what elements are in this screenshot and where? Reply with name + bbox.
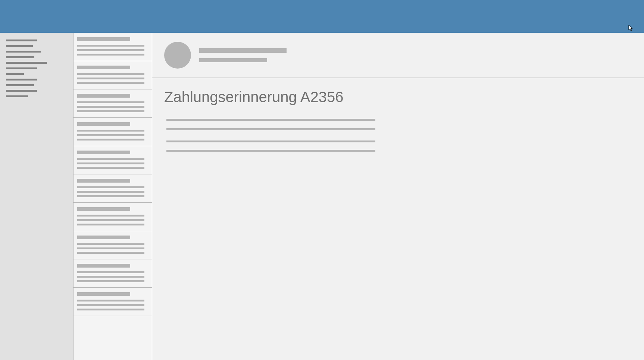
list-item-preview-placeholder [77, 304, 144, 306]
message-list-item[interactable] [74, 89, 152, 118]
list-item-title-placeholder [77, 292, 130, 296]
list-item-title-placeholder [77, 264, 130, 268]
cursor-icon [628, 25, 634, 31]
body-line-placeholder [166, 140, 375, 142]
list-item-title-placeholder [77, 151, 130, 154]
message-list-item[interactable] [74, 146, 152, 174]
list-item-preview-placeholder [77, 252, 144, 254]
nav-item[interactable] [6, 73, 24, 75]
message-list-item[interactable] [74, 288, 152, 316]
message-subject: Zahlungserinnerung A2356 [164, 89, 644, 105]
body-line-placeholder [166, 150, 375, 152]
app-body: Zahlungserinnerung A2356 [0, 33, 644, 360]
list-item-preview-placeholder [77, 271, 144, 273]
nav-item[interactable] [6, 40, 37, 41]
message-list-item[interactable] [74, 174, 152, 203]
list-item-preview-placeholder [77, 130, 144, 132]
body-line-placeholder [166, 119, 375, 121]
list-item-preview-placeholder [77, 309, 144, 310]
list-item-preview-placeholder [77, 101, 144, 103]
nav-item[interactable] [6, 79, 37, 80]
list-item-title-placeholder [77, 66, 130, 69]
sender-meta-placeholder [199, 58, 267, 62]
list-item-preview-placeholder [77, 73, 144, 75]
list-item-title-placeholder [77, 122, 130, 126]
message-list-item[interactable] [74, 203, 152, 231]
reading-pane: Zahlungserinnerung A2356 [152, 33, 644, 360]
message-list-item[interactable] [74, 33, 152, 61]
nav-item[interactable] [6, 84, 34, 86]
list-item-preview-placeholder [77, 158, 144, 160]
list-item-preview-placeholder [77, 162, 144, 164]
message-list-item[interactable] [74, 118, 152, 146]
list-item-preview-placeholder [77, 78, 144, 79]
nav-item[interactable] [6, 51, 41, 53]
list-item-preview-placeholder [77, 54, 144, 56]
mail-app: Zahlungserinnerung A2356 [0, 0, 644, 360]
list-item-preview-placeholder [77, 280, 144, 282]
folder-nav [0, 33, 73, 360]
list-item-preview-placeholder [77, 186, 144, 188]
list-item-title-placeholder [77, 179, 130, 183]
list-item-preview-placeholder [77, 45, 144, 47]
nav-item[interactable] [6, 90, 37, 92]
list-item-preview-placeholder [77, 82, 144, 84]
list-item-preview-placeholder [77, 139, 144, 140]
message-body: Zahlungserinnerung A2356 [152, 78, 644, 159]
nav-item[interactable] [6, 67, 37, 69]
message-header [152, 33, 644, 78]
nav-item[interactable] [6, 95, 28, 97]
body-line-placeholder [166, 128, 375, 130]
nav-item[interactable] [6, 45, 33, 47]
list-item-preview-placeholder [77, 134, 144, 136]
message-body-lines [164, 119, 644, 152]
message-list [73, 33, 152, 360]
list-item-preview-placeholder [77, 110, 144, 112]
list-item-title-placeholder [77, 236, 130, 239]
message-list-item[interactable] [74, 231, 152, 259]
list-item-preview-placeholder [77, 106, 144, 108]
app-header [0, 0, 644, 33]
list-item-preview-placeholder [77, 219, 144, 221]
nav-item[interactable] [6, 56, 34, 58]
message-list-item[interactable] [74, 61, 152, 89]
sender-info [199, 48, 287, 62]
list-item-preview-placeholder [77, 167, 144, 169]
message-list-item[interactable] [74, 259, 152, 288]
nav-item[interactable] [6, 62, 47, 64]
list-item-title-placeholder [77, 94, 130, 98]
list-item-title-placeholder [77, 207, 130, 211]
list-item-preview-placeholder [77, 224, 144, 225]
list-item-preview-placeholder [77, 247, 144, 249]
sender-name-placeholder [199, 48, 287, 53]
list-item-preview-placeholder [77, 195, 144, 197]
sender-avatar[interactable] [164, 42, 191, 69]
list-item-preview-placeholder [77, 191, 144, 193]
list-item-preview-placeholder [77, 243, 144, 245]
list-item-title-placeholder [77, 37, 130, 41]
list-item-preview-placeholder [77, 276, 144, 278]
list-item-preview-placeholder [77, 49, 144, 51]
list-item-preview-placeholder [77, 300, 144, 301]
list-item-preview-placeholder [77, 215, 144, 217]
